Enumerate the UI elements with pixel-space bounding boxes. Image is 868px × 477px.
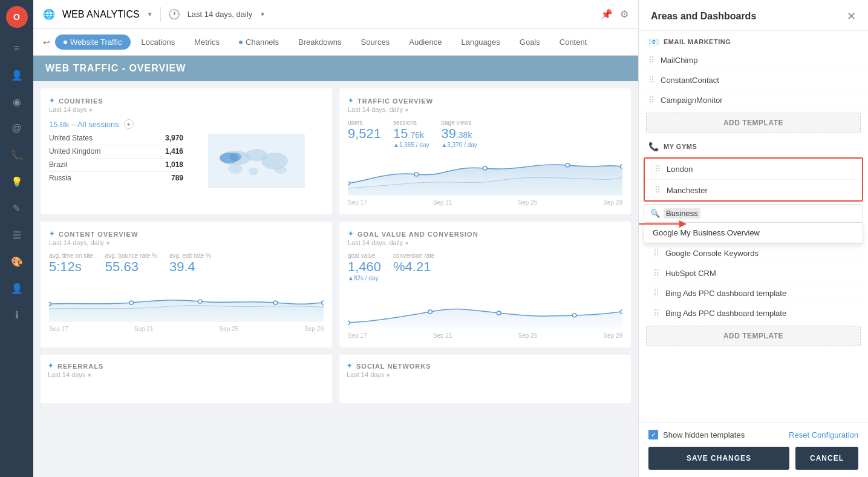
traffic-subtitle: Last 14 days, daily ●	[348, 106, 622, 113]
template-london-label: London	[667, 165, 852, 174]
add-template-k-btn[interactable]: ADD TEMPLATE	[646, 326, 861, 346]
svg-point-18	[322, 301, 324, 304]
stat-goal-value: goal value 1,460 ▲82s / day	[348, 252, 381, 281]
goal-chart	[348, 286, 622, 331]
goal-chart-labels: Sep 17Sep 21Sep 25Sep 29	[348, 331, 622, 339]
email-marketing-title: EMAIL MARKETING	[664, 38, 731, 45]
widget-goal: ✦ GOAL VALUE AND CONVERSION Last 14 days…	[339, 222, 631, 347]
reset-config-link[interactable]: Reset Configuration	[789, 430, 858, 439]
dropdown-arrow-date[interactable]: ▼	[259, 11, 266, 18]
tab-channels[interactable]: Channels	[230, 33, 287, 51]
template-item-manchester[interactable]: ⠿ Manchester	[645, 180, 862, 200]
sidebar-icon-list[interactable]: ☰	[5, 223, 29, 247]
world-map-svg	[208, 134, 305, 188]
tab-audience[interactable]: Audience	[400, 33, 450, 51]
drag-handle-icon: ⠿	[653, 248, 659, 258]
tab-channels-label: Channels	[246, 38, 279, 47]
template-item-bing-ads-2[interactable]: ⠿ Bing Ads PPC dashboard template	[644, 303, 863, 323]
add-session-btn[interactable]: +	[124, 119, 134, 129]
add-template-email-btn[interactable]: ADD TEMPLATE	[646, 113, 861, 133]
sidebar-icon-info[interactable]: ℹ	[5, 303, 29, 327]
tab-breakdowns[interactable]: Breakdowns	[290, 33, 350, 51]
sidebar-icon-eye[interactable]: ◉	[5, 90, 29, 114]
countries-subtitle: Last 14 days ●	[49, 106, 324, 113]
drag-handle-icon: ⠿	[654, 164, 661, 174]
dropdown-arrow-app[interactable]: ▼	[147, 11, 153, 18]
template-item-hubspot[interactable]: ⠿ HubSpot CRM	[644, 263, 863, 283]
tab-locations[interactable]: Locations	[133, 33, 184, 51]
tab-languages[interactable]: Languages	[452, 33, 508, 51]
sidebar-icon-palette[interactable]: 🎨	[5, 249, 29, 274]
red-arrow-indicator	[639, 215, 690, 235]
channels-dot	[239, 41, 243, 44]
traffic-chart-labels: Sep 17Sep 21Sep 25Sep 29	[348, 198, 622, 206]
tab-content[interactable]: Content	[551, 33, 596, 51]
country-row-ru: Russia 789	[49, 174, 183, 182]
template-mailchimp-label: MailChimp	[661, 56, 858, 65]
dashboard-content: WEB TRAFFIC - OVERVIEW ✦ COUNTRIES Last …	[33, 56, 638, 477]
main-area: 🌐 WEB ANALYTICS ▼ 🕐 Last 14 days, daily …	[33, 0, 638, 477]
cancel-button[interactable]: CANCEL	[795, 447, 858, 470]
sidebar-icon-bulb[interactable]: 💡	[5, 169, 29, 194]
tab-audience-label: Audience	[409, 38, 442, 47]
template-item-constantcontact[interactable]: ⠿ ConstantContact	[639, 70, 868, 90]
template-hubspot-label: HubSpot CRM	[665, 269, 853, 278]
drag-handle-icon: ⠿	[653, 268, 659, 278]
back-icon[interactable]: ↩	[43, 38, 50, 47]
app-logo[interactable]: O	[6, 6, 28, 28]
right-panel: Areas and Dashboards ✕ 📧 EMAIL MARKETING…	[638, 0, 868, 477]
countries-data: United States 3,970 United Kingdom 1,416…	[49, 134, 324, 188]
close-button[interactable]: ✕	[847, 10, 856, 23]
section-gyms-header: 📞 MY GYMS	[639, 136, 868, 155]
sidebar-icon-edit[interactable]: ✎	[5, 196, 29, 220]
drag-handle-icon: ⠿	[648, 95, 654, 105]
sidebar-icon-menu[interactable]: ≡	[5, 36, 29, 61]
template-item-mailchimp[interactable]: ⠿ MailChimp	[639, 50, 868, 70]
widget-social: ✦ SOCIAL NETWORKS Last 14 days ●	[339, 355, 631, 403]
country-row-uk: United Kingdom 1,416	[49, 147, 183, 156]
gyms-title: MY GYMS	[664, 143, 697, 150]
tab-sources[interactable]: Sources	[353, 33, 399, 51]
tab-metrics[interactable]: Metrics	[186, 33, 228, 51]
content-stats: avg. time on site 5:12s avg. bounce rate…	[49, 252, 324, 275]
traffic-title: ✦ TRAFFIC OVERVIEW	[348, 97, 622, 105]
sidebar-icon-at[interactable]: @	[5, 116, 29, 140]
social-subtitle: Last 14 days ●	[347, 371, 624, 378]
widget-content: ✦ CONTENT OVERVIEW Last 14 days, daily ●…	[41, 222, 332, 347]
section-email-marketing-header: 📧 EMAIL MARKETING	[639, 31, 868, 50]
countries-total: 15.68k – All sessions +	[49, 119, 324, 129]
widget-traffic: ✦ TRAFFIC OVERVIEW Last 14 days, daily ●…	[339, 88, 631, 214]
panel-header: Areas and Dashboards ✕	[639, 0, 868, 31]
tab-metrics-label: Metrics	[194, 38, 220, 47]
drag-handle-icon: ⠿	[654, 185, 661, 195]
settings-icon[interactable]: ⚙	[620, 8, 628, 20]
sidebar-icon-users[interactable]: 👤	[5, 63, 29, 87]
content-icon: ✦	[49, 230, 55, 238]
widget-countries: ✦ COUNTRIES Last 14 days ● 15.68k – All …	[41, 88, 332, 214]
template-item-campaignmonitor[interactable]: ⠿ CampaignMonitor	[639, 90, 868, 110]
stat-conversion: conversion rate %4.21	[393, 252, 434, 281]
template-google-console-label: Google Console Keywords	[665, 249, 853, 258]
tab-sources-label: Sources	[361, 38, 390, 47]
tab-goals[interactable]: Goals	[511, 33, 549, 51]
k-section-items: ⠿ Google Console Keywords ⠿ HubSpot CRM …	[639, 243, 868, 323]
drag-handle-icon: ⠿	[648, 55, 654, 65]
save-changes-button[interactable]: SAVE CHANGES	[648, 447, 789, 470]
template-item-london[interactable]: ⠿ London	[645, 159, 862, 180]
add-template-email-label: ADD TEMPLATE	[723, 119, 783, 127]
template-bing-ads-1-label: Bing Ads PPC dashboard template	[665, 289, 853, 298]
widget-countries-title: ✦ COUNTRIES	[49, 97, 324, 105]
svg-point-17	[273, 301, 278, 304]
svg-point-13	[621, 165, 622, 168]
show-hidden-checkbox[interactable]: ✓	[648, 430, 658, 439]
country-row-us: United States 3,970	[49, 134, 183, 142]
pin-icon[interactable]: 📌	[601, 8, 613, 20]
gyms-icon: 📞	[648, 142, 659, 151]
svg-point-9	[348, 182, 350, 185]
sidebar-icon-phone[interactable]: 📞	[5, 143, 29, 167]
sidebar-icon-person[interactable]: 👤	[5, 276, 29, 300]
referrals-title: ✦ REFERRALS	[48, 362, 325, 370]
tab-website-traffic[interactable]: Website Traffic	[55, 35, 131, 50]
template-item-google-console[interactable]: ⠿ Google Console Keywords	[644, 243, 863, 263]
template-item-bing-ads-1[interactable]: ⠿ Bing Ads PPC dashboard template	[644, 283, 863, 303]
